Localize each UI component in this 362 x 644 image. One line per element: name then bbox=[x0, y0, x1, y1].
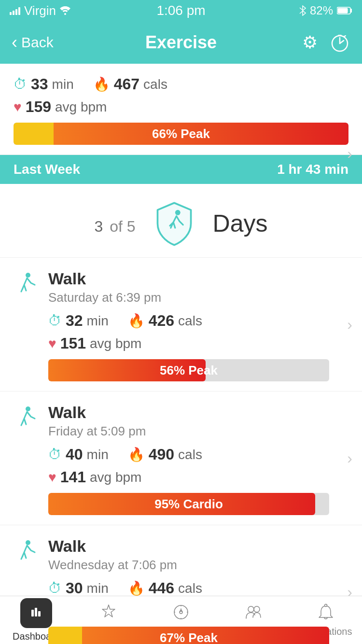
last-week-header: Last Week 1 hr 43 min bbox=[0, 155, 362, 184]
cal-val-2: 446 bbox=[149, 579, 174, 597]
svg-point-7 bbox=[26, 406, 30, 411]
bpm-val-1: 141 bbox=[60, 468, 86, 486]
timer-icon[interactable] bbox=[329, 32, 350, 53]
top-progress-label: 66% Peak bbox=[14, 123, 348, 145]
top-duration-unit: min bbox=[52, 77, 74, 92]
days-label: Days bbox=[213, 210, 268, 238]
svg-point-8 bbox=[26, 540, 30, 545]
activity-stats-0: ⏱ 32 min 🔥 426 cals bbox=[48, 312, 348, 330]
days-count: 3 of 5 bbox=[95, 210, 136, 238]
last-week-label: Last Week bbox=[14, 162, 80, 177]
progress-bar-1: 95% Cardio bbox=[48, 493, 329, 515]
progress-label-1: 95% Cardio bbox=[48, 493, 329, 515]
status-left: Virgin bbox=[10, 3, 70, 18]
activity-info-1: Walk Friday at 5:09 pm bbox=[48, 403, 348, 439]
activity-item-2: Walk Wednesday at 7:06 pm ⏱ 30 min 🔥 446… bbox=[0, 525, 362, 644]
activity-name-0: Walk bbox=[48, 269, 348, 288]
walk-icon-0 bbox=[14, 271, 39, 296]
bpm-label-0: avg bpm bbox=[90, 336, 141, 351]
activity-duration-1: ⏱ 40 min bbox=[48, 446, 109, 463]
fire-icon-0: 🔥 bbox=[128, 313, 145, 329]
progress-bar-2: 67% Peak bbox=[48, 627, 329, 644]
community-icon-wrap bbox=[244, 603, 263, 623]
dur-val-1: 40 bbox=[66, 446, 83, 463]
top-chevron-icon[interactable]: › bbox=[347, 145, 352, 163]
bpm-label-1: avg bpm bbox=[90, 470, 141, 485]
dur-val-2: 30 bbox=[66, 579, 83, 597]
guidance-icon bbox=[172, 603, 190, 621]
top-progress-bar: 66% Peak bbox=[14, 123, 348, 145]
activity-calories-2: 🔥 446 cals bbox=[128, 579, 202, 597]
top-stats-row: ⏱ 33 min 🔥 467 cals bbox=[14, 75, 348, 93]
activity-progress-2: 67% Peak bbox=[48, 627, 329, 644]
activity-stats-1: ⏱ 40 min 🔥 490 cals bbox=[48, 446, 348, 463]
header-icons: ⚙ bbox=[302, 32, 350, 53]
days-of: of 5 bbox=[110, 218, 135, 235]
svg-rect-2 bbox=[338, 8, 348, 14]
activity-date-0: Saturday at 6:39 pm bbox=[48, 290, 348, 305]
activity-bpm-1: ♥ 141 avg bpm bbox=[48, 468, 348, 486]
status-bar: Virgin 1:06 pm 82% bbox=[0, 0, 362, 21]
svg-rect-1 bbox=[350, 9, 352, 13]
activity-progress-1: 95% Cardio bbox=[48, 493, 329, 515]
top-bpm-row: ♥ 159 avg bpm bbox=[14, 98, 348, 116]
dur-unit-1: min bbox=[87, 447, 109, 462]
clock-icon: ⏱ bbox=[14, 76, 27, 92]
top-duration-stat: ⏱ 33 min bbox=[14, 75, 74, 93]
status-right: 82% bbox=[299, 4, 352, 17]
walk-icon-2 bbox=[14, 539, 39, 564]
fire-icon: 🔥 bbox=[93, 76, 110, 92]
days-goal-section: 3 of 5 Days bbox=[0, 184, 362, 258]
back-label: Back bbox=[21, 34, 54, 51]
activity-date-1: Friday at 5:09 pm bbox=[48, 424, 348, 439]
top-bpm-value: 159 bbox=[26, 98, 51, 116]
svg-point-6 bbox=[26, 273, 30, 278]
svg-point-16 bbox=[254, 606, 260, 612]
settings-icon[interactable]: ⚙ bbox=[302, 32, 318, 53]
progress-label-0: 56% Peak bbox=[48, 359, 329, 381]
cal-unit-2: cals bbox=[178, 581, 202, 596]
app-header: ‹ Back Exercise ⚙ bbox=[0, 21, 362, 64]
activity-duration-0: ⏱ 32 min bbox=[48, 312, 109, 330]
activity-name-2: Walk bbox=[48, 537, 348, 556]
svg-rect-12 bbox=[38, 611, 41, 616]
back-button[interactable]: ‹ Back bbox=[12, 32, 54, 53]
activity-header-1: Walk Friday at 5:09 pm bbox=[14, 403, 348, 439]
activity-date-2: Wednesday at 7:06 pm bbox=[48, 558, 348, 573]
svg-rect-11 bbox=[35, 608, 37, 616]
top-calories-stat: 🔥 467 cals bbox=[93, 75, 167, 93]
svg-point-5 bbox=[175, 210, 180, 215]
bluetooth-icon bbox=[299, 5, 306, 16]
activity-header-0: Walk Saturday at 6:39 pm bbox=[14, 269, 348, 305]
activity-bpm-0: ♥ 151 avg bpm bbox=[48, 335, 348, 352]
community-icon bbox=[244, 603, 263, 621]
status-time: 1:06 pm bbox=[156, 3, 205, 18]
clock-icon-0: ⏱ bbox=[48, 313, 62, 329]
activity-item-1: Walk Friday at 5:09 pm ⏱ 40 min 🔥 490 ca… bbox=[0, 392, 362, 525]
fire-icon-2: 🔥 bbox=[128, 580, 145, 596]
progress-bar-0: 56% Peak bbox=[48, 359, 329, 381]
heart-icon-0: ♥ bbox=[48, 336, 56, 351]
dashboard-icon bbox=[27, 603, 45, 621]
clock-icon-2: ⏱ bbox=[48, 580, 62, 596]
svg-point-15 bbox=[248, 606, 254, 612]
dur-unit-0: min bbox=[87, 313, 109, 329]
activity-chevron-0[interactable]: › bbox=[347, 316, 352, 334]
cal-val-1: 490 bbox=[149, 446, 174, 463]
main-content: ⏱ 33 min 🔥 467 cals ♥ 159 avg bpm 66% Pe… bbox=[0, 64, 362, 644]
heart-icon-1: ♥ bbox=[48, 470, 56, 485]
signal-bars bbox=[10, 6, 20, 15]
top-activity-card: ⏱ 33 min 🔥 467 cals ♥ 159 avg bpm 66% Pe… bbox=[0, 64, 362, 155]
activity-header-2: Walk Wednesday at 7:06 pm bbox=[14, 537, 348, 573]
activity-calories-0: 🔥 426 cals bbox=[128, 312, 202, 330]
activity-name-1: Walk bbox=[48, 403, 348, 422]
activity-chevron-1[interactable]: › bbox=[347, 449, 352, 467]
challenges-icon-wrap bbox=[99, 603, 118, 623]
svg-rect-4 bbox=[338, 35, 342, 36]
shield-icon bbox=[150, 199, 198, 248]
activity-info-2: Walk Wednesday at 7:06 pm bbox=[48, 537, 348, 573]
last-week-total: 1 hr 43 min bbox=[277, 162, 348, 177]
cal-val-0: 426 bbox=[149, 312, 174, 330]
dashboard-icon-wrap bbox=[20, 598, 52, 628]
cal-unit-1: cals bbox=[178, 447, 202, 462]
